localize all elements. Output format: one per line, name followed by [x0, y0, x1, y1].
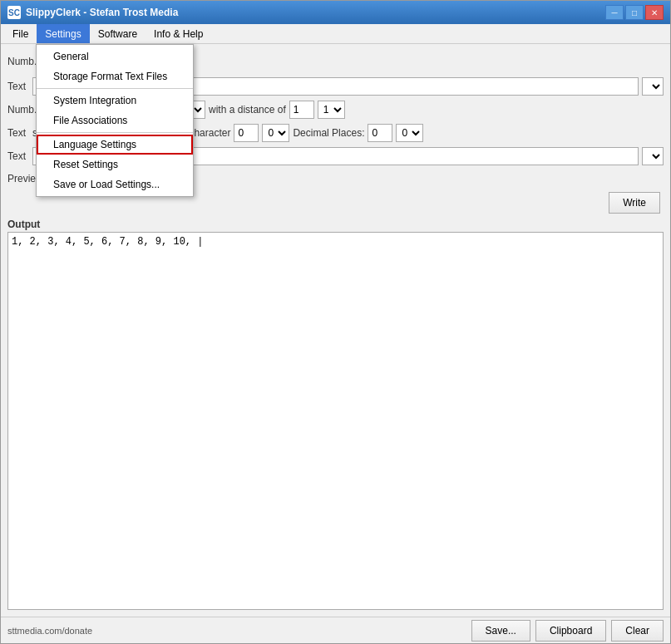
main-window: SC SlippyClerk - Stefan Trost Media ─ □ … [0, 0, 671, 644]
save-button[interactable]: Save... [471, 620, 530, 642]
replace-char-select[interactable]: 0 [262, 124, 289, 142]
title-bar-left: SC SlippyClerk - Stefan Trost Media [7, 6, 178, 19]
output-label: Output [7, 219, 664, 230]
dropdown-storage-format[interactable]: Storage Format Text Files [37, 66, 193, 86]
menu-info[interactable]: Info & Help [146, 24, 211, 43]
menu-bar: File Settings Software Info & Help [1, 24, 670, 44]
output-textarea[interactable]: 1, 2, 3, 4, 5, 6, 7, 8, 9, 10, | [7, 232, 664, 610]
distance-label: with a distance of [209, 104, 286, 116]
replace-char-input[interactable] [234, 124, 259, 142]
text-before-label: Text [7, 81, 26, 92]
text-row2-select[interactable] [642, 147, 664, 165]
menu-software[interactable]: Software [90, 24, 146, 43]
donate-url: sttmedia.com/donate [7, 626, 92, 636]
dropdown-separator-2 [37, 132, 193, 133]
output-section: Output 1, 2, 3, 4, 5, 6, 7, 8, 9, 10, | [7, 219, 664, 610]
dropdown-save-or-load[interactable]: Save or Load Settings... [37, 175, 193, 194]
clear-button[interactable]: Clear [611, 620, 664, 642]
window-title: SlippyClerk - Stefan Trost Media [26, 7, 178, 18]
dropdown-file-associations[interactable]: File Associations [37, 111, 193, 130]
dropdown-separator-1 [37, 88, 193, 89]
clipboard-button[interactable]: Clipboard [535, 620, 606, 642]
decimal-places-select[interactable]: 0 [396, 124, 423, 142]
distance-input[interactable] [289, 101, 314, 119]
title-bar: SC SlippyClerk - Stefan Trost Media ─ □ … [1, 1, 670, 24]
text-before-select[interactable] [642, 77, 664, 96]
status-buttons: Save... Clipboard Clear [471, 620, 664, 642]
distance-select[interactable]: 1 [318, 101, 345, 119]
menu-file[interactable]: File [4, 24, 37, 43]
title-bar-controls: ─ □ ✕ [605, 5, 664, 20]
restore-button[interactable]: □ [625, 5, 644, 20]
replace-label: Text [7, 127, 26, 139]
text-row2-label: Text [7, 150, 26, 162]
menu-settings[interactable]: Settings [37, 24, 89, 43]
dropdown-language-settings[interactable]: Language Settings [37, 135, 193, 155]
app-icon: SC [7, 6, 21, 19]
write-button[interactable]: Write [609, 192, 660, 214]
close-button[interactable]: ✕ [645, 5, 664, 20]
status-bar: sttmedia.com/donate Save... Clipboard Cl… [1, 617, 670, 643]
dropdown-reset-settings[interactable]: Reset Settings [37, 155, 193, 175]
minimize-button[interactable]: ─ [605, 5, 624, 20]
dropdown-system-integration[interactable]: System Integration [37, 91, 193, 111]
decimal-places-label: Decimal Places: [293, 127, 364, 139]
dropdown-general[interactable]: General [37, 47, 193, 66]
settings-dropdown: General Storage Format Text Files System… [36, 44, 194, 197]
decimal-places-input[interactable] [368, 124, 392, 142]
